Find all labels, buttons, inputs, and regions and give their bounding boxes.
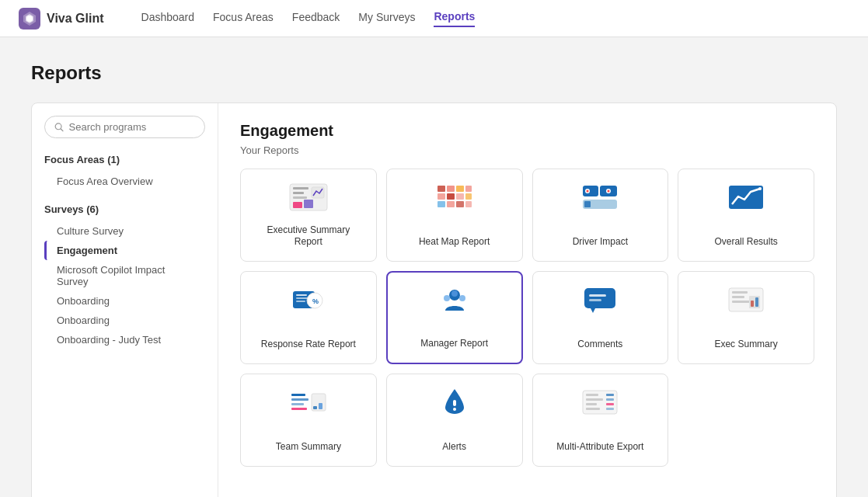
svg-rect-63 <box>453 400 456 406</box>
search-icon <box>54 122 64 133</box>
sidebar-item-onboarding-1[interactable]: Onboarding <box>44 291 205 311</box>
svg-text:%: % <box>312 297 319 305</box>
sidebar-item-onboarding-2[interactable]: Onboarding <box>44 311 205 330</box>
sidebar-item-copilot[interactable]: Microsoft Copilot Impact Survey <box>44 260 205 291</box>
nav-link-focus-areas[interactable]: Focus Areas <box>213 11 274 26</box>
svg-rect-50 <box>732 291 748 294</box>
surveys-title: Surveys (6) <box>44 203 205 215</box>
report-card-driver-impact[interactable]: Driver Impact <box>532 169 669 262</box>
svg-rect-62 <box>319 403 322 409</box>
reports-grid: Executive Summary Report <box>240 169 814 467</box>
multi-attribute-label: Multi-Attribute Export <box>556 441 643 454</box>
nav-link-dashboard[interactable]: Dashboard <box>141 11 195 26</box>
svg-rect-16 <box>465 186 472 192</box>
manager-report-icon <box>433 285 476 316</box>
overall-results-label: Overall Results <box>714 236 777 248</box>
team-summary-label: Team Summary <box>276 441 341 454</box>
svg-rect-13 <box>437 186 445 192</box>
report-card-executive-summary[interactable]: Executive Summary Report <box>240 169 377 262</box>
svg-rect-9 <box>293 196 307 199</box>
driver-impact-label: Driver Impact <box>573 236 628 248</box>
svg-rect-61 <box>313 406 317 409</box>
svg-rect-24 <box>465 201 472 207</box>
svg-rect-12 <box>304 200 313 208</box>
sidebar-item-culture-survey[interactable]: Culture Survey <box>44 221 205 241</box>
svg-rect-21 <box>437 201 445 207</box>
svg-point-64 <box>453 408 456 411</box>
driver-impact-icon <box>578 182 622 213</box>
page-container: Reports Focus Areas (1) Focus Area Overv… <box>0 37 868 497</box>
svg-rect-67 <box>586 398 603 401</box>
exec-summary-icon <box>724 284 768 315</box>
report-card-team-summary[interactable]: Team Summary <box>240 374 377 467</box>
svg-rect-68 <box>586 403 597 405</box>
subsection-label: Your Reports <box>240 144 814 156</box>
report-card-heat-map[interactable]: Heat Map Report <box>386 169 523 262</box>
svg-rect-14 <box>447 186 455 192</box>
svg-rect-19 <box>456 193 464 200</box>
svg-rect-59 <box>291 408 307 410</box>
report-card-response-rate[interactable]: % Response Rate Report <box>240 271 377 364</box>
report-card-comments[interactable]: Comments <box>532 271 669 364</box>
exec-summary-label: Exec Summary <box>714 339 777 351</box>
sidebar-item-focus-area-overview[interactable]: Focus Area Overview <box>44 172 205 191</box>
svg-point-30 <box>608 190 610 193</box>
alerts-icon <box>433 387 476 418</box>
main-content: Engagement Your Reports <box>218 103 836 497</box>
svg-rect-8 <box>293 192 304 194</box>
svg-point-3 <box>26 16 33 22</box>
report-card-exec-summary[interactable]: Exec Summary <box>678 271 814 364</box>
svg-point-34 <box>758 187 762 190</box>
logo-icon <box>19 8 40 30</box>
report-card-manager-report[interactable]: Manager Report <box>386 271 523 364</box>
section-title: Engagement <box>240 122 814 140</box>
svg-rect-55 <box>755 297 758 307</box>
team-summary-icon <box>287 387 330 418</box>
sidebar-section-surveys: Surveys (6) Culture Survey Engagement Mi… <box>44 203 205 349</box>
nav-link-reports[interactable]: Reports <box>434 10 475 27</box>
svg-rect-36 <box>296 294 307 296</box>
top-nav: Viva Glint DashboardFocus AreasFeedbackM… <box>0 0 868 37</box>
svg-rect-73 <box>606 408 614 410</box>
svg-rect-66 <box>586 394 598 396</box>
svg-rect-52 <box>732 301 751 303</box>
svg-point-27 <box>587 190 589 193</box>
svg-rect-46 <box>589 294 606 297</box>
svg-rect-70 <box>606 394 614 396</box>
svg-rect-51 <box>732 296 744 298</box>
svg-rect-69 <box>586 408 600 410</box>
svg-rect-56 <box>291 394 305 396</box>
svg-line-5 <box>61 128 63 130</box>
svg-rect-38 <box>296 301 305 302</box>
svg-rect-17 <box>437 193 445 200</box>
nav-link-feedback[interactable]: Feedback <box>292 11 340 26</box>
page-title: Reports <box>31 62 837 84</box>
nav-links: DashboardFocus AreasFeedbackMy SurveysRe… <box>141 10 476 27</box>
sidebar-section-focus-areas: Focus Areas (1) Focus Area Overview <box>44 154 205 191</box>
search-box[interactable] <box>44 116 205 138</box>
multi-attribute-icon <box>578 387 622 418</box>
svg-point-43 <box>444 295 450 301</box>
sidebar-item-onboarding-judy[interactable]: Onboarding - Judy Test <box>44 330 205 349</box>
comments-icon <box>578 284 622 315</box>
svg-rect-15 <box>456 186 464 192</box>
svg-rect-57 <box>291 398 309 401</box>
sidebar-item-engagement[interactable]: Engagement <box>44 241 205 260</box>
search-input[interactable] <box>69 121 195 133</box>
svg-rect-18 <box>447 193 455 200</box>
manager-report-label: Manager Report <box>420 338 488 350</box>
report-card-multi-attribute[interactable]: Multi-Attribute Export <box>532 374 669 467</box>
report-card-overall-results[interactable]: Overall Results <box>678 169 814 262</box>
nav-link-my-surveys[interactable]: My Surveys <box>358 11 415 26</box>
response-rate-icon: % <box>287 284 330 315</box>
svg-point-44 <box>459 295 465 301</box>
svg-rect-54 <box>751 301 754 307</box>
svg-rect-47 <box>589 299 601 301</box>
report-card-alerts[interactable]: Alerts <box>386 374 523 467</box>
svg-point-42 <box>451 290 458 297</box>
response-rate-label: Response Rate Report <box>261 339 356 351</box>
overall-results-icon <box>724 182 768 213</box>
logo-text: Viva Glint <box>47 12 104 26</box>
logo: Viva Glint <box>19 8 104 30</box>
svg-rect-45 <box>584 288 615 308</box>
